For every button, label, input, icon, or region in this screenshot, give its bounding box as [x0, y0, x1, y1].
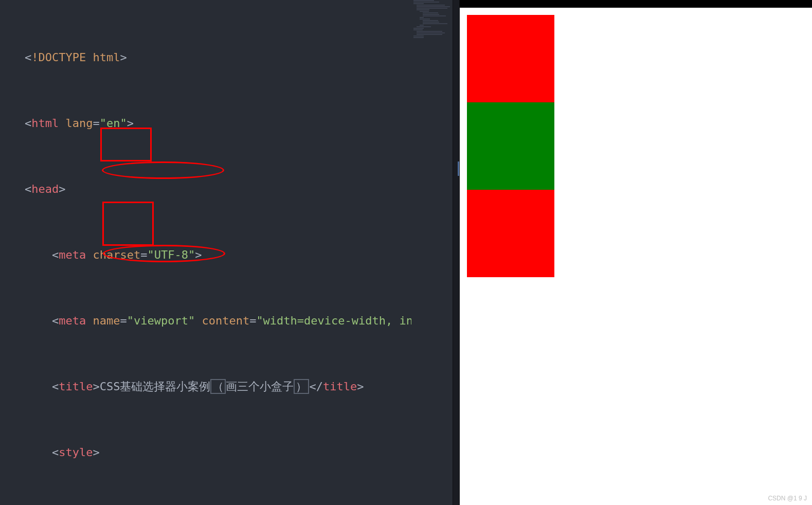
minimap[interactable] — [411, 0, 453, 505]
code-area[interactable]: <!DOCTYPE html> <html lang="en"> <head> … — [0, 0, 453, 505]
preview-box-red — [467, 15, 554, 102]
preview-box-red — [467, 190, 554, 277]
preview-box-green — [467, 102, 554, 190]
code-line[interactable]: <title>CSS基础选择器小案例（画三个小盒子）</title> — [25, 378, 453, 395]
code-line[interactable]: <head> — [25, 181, 453, 197]
code-line[interactable]: <!DOCTYPE html> — [25, 49, 453, 66]
preview-titlebar — [460, 0, 812, 8]
annotation-rect — [102, 202, 154, 246]
annotation-rect — [100, 128, 152, 161]
split-indicator — [458, 161, 459, 176]
code-line[interactable]: <style> — [25, 444, 453, 461]
code-line[interactable]: <html lang="en"> — [25, 115, 453, 132]
browser-preview-pane: CSDN @1 9 J — [460, 0, 812, 505]
pane-splitter[interactable] — [453, 0, 460, 505]
watermark: CSDN @1 9 J — [768, 495, 807, 502]
annotation-ellipse — [102, 161, 224, 179]
code-line[interactable]: <meta name="viewport" content="width=dev… — [25, 313, 453, 329]
preview-body — [460, 8, 812, 284]
code-line[interactable]: <meta charset="UTF-8"> — [25, 247, 453, 263]
code-editor-pane: <!DOCTYPE html> <html lang="en"> <head> … — [0, 0, 453, 505]
